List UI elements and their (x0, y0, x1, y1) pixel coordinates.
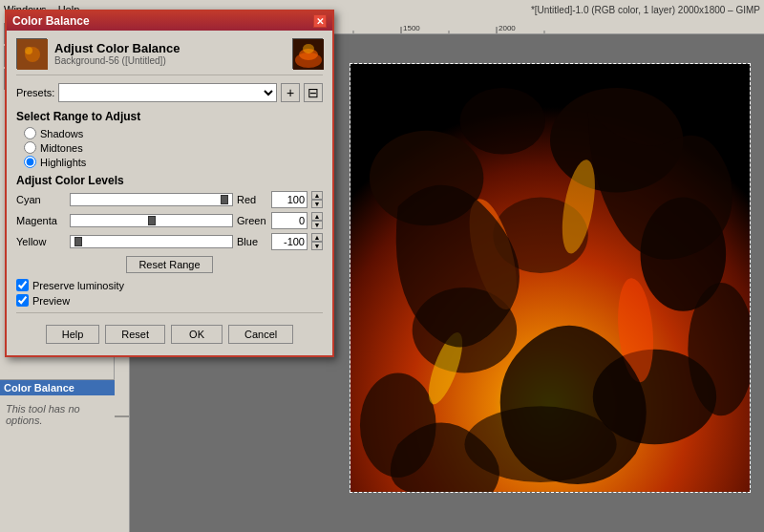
tool-options-panel: Color Balance This tool has no options. (0, 379, 115, 532)
cyan-label: Cyan (16, 194, 66, 205)
cyan-red-up[interactable]: ▲ (311, 191, 323, 200)
dialog-header-text: Adjust Color Balance Background-56 ([Unt… (54, 41, 180, 66)
magenta-green-down[interactable]: ▼ (311, 221, 323, 229)
magenta-green-spinners: ▲ ▼ (311, 212, 323, 229)
tool-options-body: This tool has no options. (0, 395, 115, 434)
dialog-main-title: Adjust Color Balance (54, 41, 180, 55)
preview-label[interactable]: Preview (32, 295, 70, 307)
dialog-titlebar: Color Balance ✕ (7, 11, 332, 31)
shadows-radio[interactable] (24, 127, 36, 139)
thumb-svg (293, 39, 324, 70)
yellow-blue-track[interactable] (70, 235, 233, 248)
green-label: Green (237, 215, 267, 226)
svg-point-29 (459, 88, 545, 155)
dialog-body: Adjust Color Balance Background-56 ([Unt… (7, 31, 332, 355)
dialog-icon (16, 38, 47, 69)
cyan-red-value[interactable] (271, 191, 308, 208)
radio-midtones: Midtones (24, 141, 323, 154)
highlights-radio[interactable] (24, 156, 36, 168)
svg-text:1500: 1500 (403, 24, 420, 32)
red-label: Red (237, 194, 267, 205)
reset-button[interactable]: Reset (105, 325, 165, 344)
select-range-label: Select Range to Adjust (16, 110, 323, 123)
cyan-red-track[interactable] (70, 193, 233, 206)
midtones-label[interactable]: Midtones (40, 142, 83, 154)
fire-image (350, 64, 750, 492)
radio-highlights: Highlights (24, 156, 323, 168)
midtones-radio[interactable] (24, 141, 36, 154)
svg-point-36 (25, 47, 32, 54)
adjust-levels-label: Adjust Color Levels (16, 174, 323, 187)
dialog-header: Adjust Color Balance Background-56 ([Unt… (16, 38, 323, 75)
highlights-label[interactable]: Highlights (40, 157, 86, 168)
yellow-blue-up[interactable]: ▲ (311, 233, 323, 242)
magenta-green-row: Magenta Green ▲ ▼ (16, 212, 323, 229)
ok-button[interactable]: OK (171, 325, 223, 344)
preserve-luminosity-row: Preserve luminosity (16, 279, 323, 291)
fire-canvas (350, 63, 751, 493)
preview-row: Preview (16, 294, 323, 307)
cyan-red-thumb[interactable] (221, 195, 228, 204)
magenta-green-value[interactable] (271, 212, 308, 229)
preserve-luminosity-label[interactable]: Preserve luminosity (32, 280, 124, 291)
yellow-blue-row: Yellow Blue ▲ ▼ (16, 233, 323, 250)
blue-label: Blue (237, 236, 267, 247)
magenta-label: Magenta (16, 215, 66, 226)
magenta-green-up[interactable]: ▲ (311, 212, 323, 221)
tool-options-title: Color Balance (0, 380, 115, 395)
dialog-icon-svg (17, 39, 48, 70)
svg-point-40 (303, 44, 314, 53)
sliders-area: Cyan Red ▲ ▼ Magenta Green (16, 191, 323, 250)
radio-shadows: Shadows (24, 127, 323, 139)
shadows-label[interactable]: Shadows (40, 128, 83, 139)
yellow-blue-value[interactable] (271, 233, 308, 250)
preserve-luminosity-checkbox[interactable] (16, 279, 29, 291)
range-radio-group: Shadows Midtones Highlights (24, 127, 323, 168)
yellow-label: Yellow (16, 236, 66, 247)
cancel-button[interactable]: Cancel (228, 325, 293, 344)
presets-row: Presets: + ⊟ (16, 83, 323, 102)
help-button[interactable]: Help (46, 325, 100, 344)
presets-label: Presets: (16, 87, 54, 98)
dialog-subtitle: Background-56 ([Untitled]) (54, 55, 180, 66)
close-button[interactable]: ✕ (313, 14, 327, 28)
divider (16, 312, 323, 313)
svg-text:2000: 2000 (499, 24, 516, 32)
preview-checkbox[interactable] (16, 294, 29, 307)
cyan-red-down[interactable]: ▼ (311, 200, 323, 208)
add-preset-button[interactable]: + (281, 83, 300, 102)
magenta-green-track[interactable] (70, 214, 233, 227)
yellow-blue-spinners: ▲ ▼ (311, 233, 323, 250)
magenta-green-thumb[interactable] (148, 216, 156, 225)
app-title: *[Untitled]-1.0 (RGB color, 1 layer) 200… (531, 5, 760, 15)
cyan-red-spinners: ▲ ▼ (311, 191, 323, 208)
reset-range-button[interactable]: Reset Range (126, 256, 212, 273)
yellow-blue-thumb[interactable] (74, 237, 82, 246)
presets-select[interactable] (58, 83, 277, 102)
color-balance-dialog: Color Balance ✕ Adjust Color Balance Bac… (5, 10, 334, 357)
yellow-blue-down[interactable]: ▼ (311, 242, 323, 250)
remove-preset-button[interactable]: ⊟ (304, 83, 323, 102)
dialog-thumbnail (292, 38, 323, 69)
dialog-title: Color Balance (12, 14, 90, 28)
cyan-red-row: Cyan Red ▲ ▼ (16, 191, 323, 208)
button-row: Help Reset OK Cancel (16, 319, 323, 348)
